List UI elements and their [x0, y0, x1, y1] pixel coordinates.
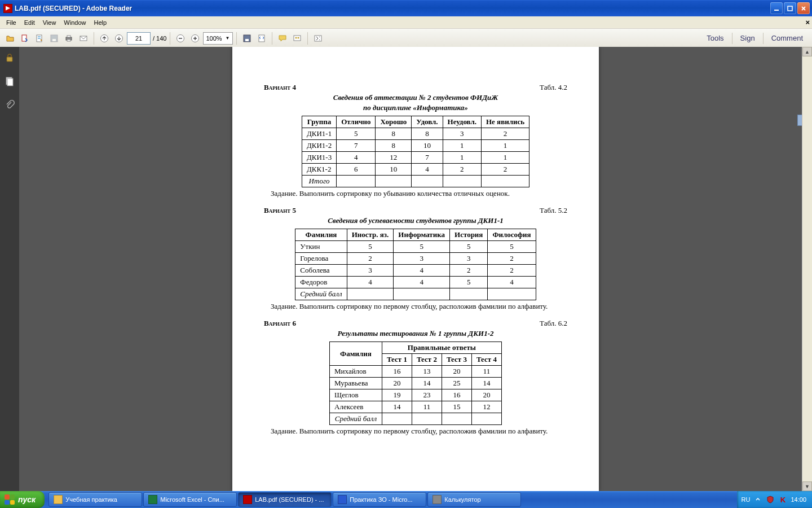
document-area[interactable]: Вариант 4 Табл. 4.2 Сведения об аттестац…: [19, 47, 812, 491]
taskbar-app-button[interactable]: LAB.pdf (SECURED) - ...: [238, 492, 332, 507]
variant4-title1: Сведения об аттестации № 2 студентов ФИД…: [264, 93, 567, 102]
read-mode-icon[interactable]: [311, 32, 325, 45]
taskbar-app-button[interactable]: Microsoft Excel - Спи...: [143, 492, 237, 507]
chevron-down-icon: ▼: [226, 36, 230, 41]
tray-shield-icon[interactable]: [766, 495, 775, 504]
export-pdf-icon[interactable]: [18, 32, 32, 45]
page-total: / 140: [153, 35, 166, 42]
attachments-icon[interactable]: [5, 100, 15, 111]
svg-rect-23: [7, 78, 13, 86]
svg-point-18: [295, 37, 297, 38]
scroll-track[interactable]: [802, 56, 812, 481]
variant4-table-num: Табл. 4.2: [540, 83, 567, 92]
close-button[interactable]: [797, 2, 810, 14]
tray-lang[interactable]: RU: [742, 496, 751, 503]
vertical-scrollbar[interactable]: ▲ ▼: [802, 47, 812, 491]
separator: [236, 32, 237, 45]
variant4-title2: по дисциплине «Информатика»: [264, 103, 567, 112]
menubar-close-icon[interactable]: ×: [805, 18, 810, 27]
toolbar-left: / 140 100%▼: [3, 32, 325, 45]
zoom-in-icon[interactable]: [188, 32, 202, 45]
sign-link[interactable]: Sign: [735, 32, 761, 45]
create-pdf-icon[interactable]: [33, 32, 46, 45]
minimize-button[interactable]: [770, 2, 783, 14]
scroll-up-icon[interactable]: ▲: [802, 47, 812, 56]
svg-point-19: [297, 37, 299, 38]
thumbnails-icon[interactable]: [5, 76, 15, 87]
page-number-box: / 140: [127, 32, 166, 45]
tools-link[interactable]: Tools: [701, 32, 729, 45]
app-icon: [338, 495, 347, 504]
variant5-table-num: Табл. 5.2: [540, 206, 567, 215]
window-title: LAB.pdf (SECURED) - Adobe Reader: [15, 5, 132, 12]
taskbar-app-button[interactable]: Калькулятор: [427, 492, 521, 507]
windows-logo-icon: [5, 494, 15, 505]
app-icon: [54, 495, 63, 504]
start-button[interactable]: пуск: [0, 491, 45, 508]
svg-rect-5: [52, 39, 56, 41]
window-titlebar: LAB.pdf (SECURED) - Adobe Reader: [0, 0, 812, 16]
svg-rect-2: [22, 35, 27, 41]
variant5-title1: Сведения об успеваемости студентов групп…: [264, 216, 567, 225]
taskbar-app-label: Калькулятор: [444, 496, 480, 503]
variant6-header: Вариант 6 Табл. 6.2: [264, 319, 567, 328]
menu-view[interactable]: View: [39, 18, 60, 27]
save-icon[interactable]: [47, 32, 61, 45]
print-icon[interactable]: [62, 32, 76, 45]
variant5-table: ФамилияИностр. яз.ИнформатикаИсторияФило…: [295, 229, 536, 300]
separator: [763, 33, 764, 44]
tray-time: 14:00: [791, 496, 806, 503]
svg-rect-1: [788, 6, 792, 11]
menu-window[interactable]: Window: [60, 18, 90, 27]
variant6-label: Вариант 6: [264, 319, 296, 328]
tray-arrow-icon[interactable]: [753, 495, 762, 504]
scroll-down-icon[interactable]: ▼: [802, 481, 812, 491]
system-tray[interactable]: RU K 14:00: [737, 491, 812, 508]
app-icon: [433, 495, 442, 504]
comment-link[interactable]: Comment: [766, 32, 809, 45]
email-icon[interactable]: [77, 32, 90, 45]
variant6-title1: Результаты тестирования № 1 группы ДКИ1-…: [264, 329, 567, 338]
page-down-icon[interactable]: [112, 32, 126, 45]
zoom-out-icon[interactable]: [174, 32, 187, 45]
zoom-controls: 100%▼: [174, 32, 232, 45]
taskbar-buttons: Учебная практикаMicrosoft Excel - Спи...…: [45, 491, 522, 508]
page-up-icon[interactable]: [98, 32, 111, 45]
variant4-label: Вариант 4: [264, 83, 296, 92]
variant6-table-num: Табл. 6.2: [540, 319, 567, 328]
toolbar: / 140 100%▼ Tools Sign Comment: [0, 29, 812, 48]
app-icon: [148, 495, 157, 504]
separator: [732, 33, 732, 44]
window-buttons: [770, 2, 810, 14]
save-copy-icon[interactable]: [240, 32, 254, 45]
taskbar-app-button[interactable]: Практика ЗО - Micro...: [333, 492, 426, 507]
tray-kaspersky-icon[interactable]: K: [778, 495, 787, 504]
menu-edit[interactable]: Edit: [20, 18, 39, 27]
comment-icon[interactable]: [276, 32, 289, 45]
taskbar-app-label: Microsoft Excel - Спи...: [160, 496, 224, 503]
zoom-value[interactable]: 100%▼: [203, 32, 232, 45]
separator: [272, 32, 272, 45]
share-icon[interactable]: [290, 32, 304, 45]
fit-page-icon[interactable]: [255, 32, 268, 45]
variant6-task: Задание. Выполнить сортировку по первому…: [271, 427, 567, 436]
toolbar-right: Tools Sign Comment: [701, 32, 809, 45]
separator: [307, 32, 308, 45]
svg-rect-15: [245, 39, 249, 41]
variant6-table: ФамилияПравильные ответыТест 1Тест 2Тест…: [329, 341, 502, 425]
taskbar-app-button[interactable]: Учебная практика: [48, 492, 142, 507]
variant5-task: Задание. Выполнить сортировку по первому…: [271, 302, 567, 311]
menu-help[interactable]: Help: [90, 18, 111, 27]
taskbar-app-label: Учебная практика: [65, 496, 117, 503]
variant4-table: ГруппаОтличноХорошоУдовл.Неудовл.Не явил…: [302, 116, 529, 187]
page-input[interactable]: [127, 32, 151, 45]
security-icon[interactable]: [5, 52, 15, 64]
svg-rect-17: [294, 36, 301, 41]
variant4-header: Вариант 4 Табл. 4.2: [264, 83, 567, 92]
pdf-page: Вариант 4 Табл. 4.2 Сведения об аттестац…: [232, 47, 599, 491]
taskbar: пуск Учебная практикаMicrosoft Excel - С…: [0, 491, 812, 508]
open-icon[interactable]: [3, 32, 17, 45]
svg-rect-0: [774, 10, 779, 11]
maximize-button[interactable]: [784, 2, 796, 14]
menu-file[interactable]: File: [2, 18, 20, 27]
